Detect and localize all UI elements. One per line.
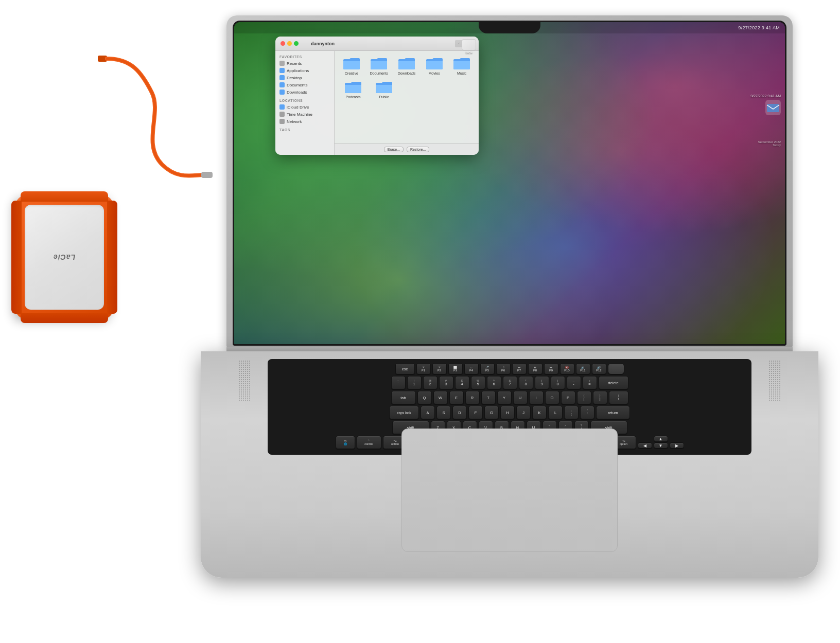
key-t[interactable]: T [481,391,496,404]
key-f10[interactable]: 🔇F10 [560,363,574,374]
key-backslash[interactable]: |\ [609,391,628,404]
finder-sidebar: FAVORITES Recents Applications [275,51,335,155]
key-o[interactable]: O [545,391,559,404]
close-button[interactable] [281,41,285,46]
sidebar-section-favorites: FAVORITES [275,54,334,60]
erase-button[interactable]: Erase... [384,147,404,152]
key-fn[interactable]: fn🌐 [336,436,355,449]
key-f4[interactable]: ⌕F4 [464,363,479,374]
sidebar-item-desktop[interactable]: Desktop [275,74,334,81]
key-arrow-left[interactable]: ◀ [638,442,652,449]
key-l[interactable]: L [548,406,563,419]
key-s[interactable]: S [436,406,451,419]
key-a[interactable]: A [421,406,435,419]
folder-creative[interactable]: Creative [340,56,363,76]
key-4[interactable]: $4 [455,376,469,389]
sidebar-item-recents[interactable]: Recents [275,60,334,67]
key-f1[interactable]: ☀F1 [416,363,431,374]
folder-public-icon [375,80,393,94]
key-u[interactable]: U [513,391,528,404]
key-k[interactable]: K [532,406,547,419]
sidebar-item-network[interactable]: Network [275,118,334,125]
key-f11[interactable]: 🔉F11 [576,363,590,374]
arrow-key-group: ▲ ◀ ▼ ▶ [638,436,684,449]
key-equals[interactable]: += [583,376,597,389]
folders-row-2: Podcasts Public [340,80,474,99]
notch [479,22,540,33]
key-f3[interactable]: ⬜F3 [448,363,463,374]
key-f12[interactable]: 🔊F12 [592,363,606,374]
folder-music[interactable]: Music [450,56,474,76]
key-1[interactable]: !1 [407,376,422,389]
key-y[interactable]: Y [497,391,512,404]
key-i[interactable]: I [529,391,544,404]
key-lbracket[interactable]: {[ [577,391,591,404]
key-return[interactable]: return [596,406,630,419]
macbook-body: // Will render via JS below esc ☀F1 ☀F2 … [201,351,818,578]
desktop-icon [279,75,285,80]
key-e[interactable]: E [449,391,464,404]
folder-movies-icon [425,56,444,70]
key-2[interactable]: @2 [423,376,437,389]
key-arrow-right[interactable]: ▶ [670,442,684,449]
key-arrow-down[interactable]: ▼ [654,442,668,449]
key-esc[interactable]: esc [395,363,415,374]
key-5[interactable]: %5 [471,376,485,389]
trackpad[interactable] [401,428,618,552]
folder-downloads[interactable]: Downloads [395,56,418,76]
key-arrow-up[interactable]: ▲ [654,436,668,442]
screen-bezel: 9/27/2022 9:41 AM dannynton ‹ › [233,21,786,346]
key-q[interactable]: Q [417,391,432,404]
folder-documents[interactable]: Documents [367,56,391,76]
lacie-body: LaCie [15,195,113,319]
key-caps-lock[interactable]: caps lock [389,406,419,419]
sidebar-item-icloud[interactable]: iCloud Drive [275,103,334,111]
finder-window[interactable]: dannynton ‹ › FAVORITES [275,37,479,155]
folder-podcasts[interactable]: Podcasts [340,80,366,99]
key-control[interactable]: ⌃control [357,436,381,449]
key-0[interactable]: )0 [551,376,565,389]
key-f[interactable]: F [468,406,483,419]
minimize-button[interactable] [287,41,292,46]
mail-icon[interactable] [765,100,781,115]
key-6[interactable]: ^6 [487,376,501,389]
key-8[interactable]: *8 [519,376,533,389]
touch-id-button[interactable] [608,363,624,374]
folder-public-label: Public [379,95,389,99]
key-semicolon[interactable]: :; [564,406,579,419]
sidebar-item-downloads[interactable]: Downloads [275,88,334,96]
restore-button[interactable]: Restore... [407,147,429,152]
key-delete[interactable]: delete [599,376,628,389]
key-minus[interactable]: _- [567,376,581,389]
key-j[interactable]: J [516,406,531,419]
key-9[interactable]: (9 [535,376,549,389]
key-g[interactable]: G [484,406,499,419]
key-quote[interactable]: "' [580,406,594,419]
key-f2[interactable]: ☀F2 [432,363,447,374]
key-f5[interactable]: 🎤F5 [480,363,495,374]
sidebar-item-documents[interactable]: Documents [275,81,334,88]
key-rbracket[interactable]: }] [593,391,607,404]
key-r[interactable]: R [465,391,480,404]
drive-desktop-icon[interactable]: LaCie [462,51,476,54]
key-backtick[interactable]: ~` [391,376,406,389]
sidebar-item-timemachine[interactable]: Time Machine [275,111,334,118]
key-f7[interactable]: ⏮F7 [512,363,527,374]
sidebar-item-applications[interactable]: Applications [275,67,334,74]
key-h[interactable]: H [500,406,515,419]
folder-public[interactable]: Public [371,80,397,99]
key-f9[interactable]: ⏭F9 [544,363,558,374]
key-w[interactable]: W [433,391,448,404]
key-3[interactable]: #3 [439,376,453,389]
maximize-button[interactable] [294,41,299,46]
key-d[interactable]: D [452,406,467,419]
key-f8[interactable]: ⏯F8 [528,363,542,374]
key-tab[interactable]: tab [391,391,416,404]
lacie-logo: LaCie [53,253,75,261]
key-7[interactable]: &7 [503,376,517,389]
key-p[interactable]: P [561,391,575,404]
key-f6[interactable]: ☽F6 [496,363,511,374]
folder-movies[interactable]: Movies [423,56,446,76]
bumper-left [11,201,22,314]
folder-creative-label: Creative [345,72,358,76]
